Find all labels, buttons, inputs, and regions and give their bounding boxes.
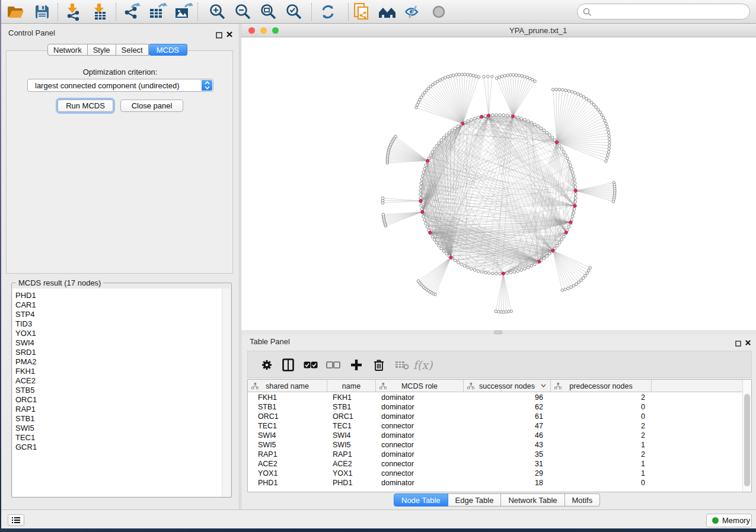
table-row[interactable]: FKH1FKH1dominator962 xyxy=(248,393,742,402)
tab-select[interactable]: Select xyxy=(116,44,149,56)
show-annotations-icon[interactable] xyxy=(429,2,448,21)
tab-network[interactable]: Network xyxy=(47,44,88,56)
table-row[interactable]: PHD1PHD1dominator180 xyxy=(248,478,742,488)
mcds-result-item[interactable]: PHD1 xyxy=(12,291,231,300)
mcds-result-item[interactable]: ORC1 xyxy=(12,395,231,405)
table-cell: 61 xyxy=(464,412,551,421)
float-window-icon[interactable] xyxy=(216,30,222,41)
import-table-icon[interactable] xyxy=(91,2,110,21)
table-row[interactable]: ACE2ACE2connector311 xyxy=(248,459,742,469)
mcds-result-item[interactable]: YOX1 xyxy=(12,329,231,338)
network-window-titlebar[interactable]: YPA_prune.txt_1 xyxy=(241,24,756,37)
table-scrollbar[interactable] xyxy=(742,380,751,492)
table-cell: 18 xyxy=(464,478,551,488)
mcds-result-item[interactable]: RAP1 xyxy=(12,405,231,414)
network-canvas[interactable] xyxy=(241,37,756,330)
table-row[interactable]: TEC1TEC1connector472 xyxy=(248,421,742,431)
zoom-in-icon[interactable] xyxy=(208,2,227,21)
export-image-icon[interactable] xyxy=(174,2,193,21)
add-column-icon[interactable] xyxy=(347,356,365,374)
table-settings-icon[interactable] xyxy=(258,356,276,374)
mcds-result-item[interactable]: STB1 xyxy=(12,414,231,424)
mcds-result-item[interactable]: PMA2 xyxy=(12,357,231,367)
table-scrollbar-thumb[interactable] xyxy=(744,394,750,486)
task-history-button[interactable] xyxy=(8,514,24,526)
save-session-icon[interactable] xyxy=(33,2,52,21)
zoom-fit-icon[interactable] xyxy=(259,2,278,21)
close-table-panel-icon[interactable] xyxy=(745,338,751,348)
mcds-result-item[interactable]: TEC1 xyxy=(12,433,231,443)
desktop-wallpaper-bottom xyxy=(0,528,756,532)
float-table-panel-icon[interactable] xyxy=(735,338,741,349)
column-manager-icon[interactable] xyxy=(279,356,297,374)
minimize-traffic-light[interactable] xyxy=(260,27,267,34)
column-header-name[interactable]: name xyxy=(327,380,376,392)
toolbar-separator xyxy=(311,3,312,21)
table-cell: dominator xyxy=(376,431,464,440)
list-scrollbar[interactable] xyxy=(222,289,231,496)
criterion-dropdown[interactable]: largest connected component (undirected) xyxy=(27,79,213,92)
mcds-result-item[interactable]: CAR1 xyxy=(12,300,231,310)
table-cell: 46 xyxy=(464,431,551,440)
select-all-icon[interactable] xyxy=(302,356,320,374)
hide-annotations-icon[interactable] xyxy=(403,2,422,21)
import-network-icon[interactable] xyxy=(64,2,83,21)
close-panel-icon[interactable] xyxy=(226,30,233,40)
export-network-icon[interactable] xyxy=(123,2,142,21)
tab-node-table[interactable]: Node Table xyxy=(394,493,448,507)
search-sites-icon[interactable] xyxy=(378,2,397,21)
column-header-MCDS-role[interactable]: MCDS role xyxy=(376,380,464,392)
column-header-shared-name[interactable]: shared name xyxy=(248,380,327,392)
horizontal-splitter[interactable] xyxy=(241,330,756,335)
table-row[interactable]: RAP1RAP1dominator352 xyxy=(248,450,742,459)
close-panel-button[interactable]: Close panel xyxy=(120,100,183,112)
mcds-result-item[interactable]: GCR1 xyxy=(12,443,231,452)
function-builder-icon[interactable]: f(x) xyxy=(414,356,432,374)
tab-mcds[interactable]: MCDS xyxy=(149,44,187,56)
refresh-view-icon[interactable] xyxy=(318,2,337,21)
zoom-selected-icon[interactable] xyxy=(285,2,304,21)
table-cell: ORC1 xyxy=(327,412,376,421)
tab-edge-table[interactable]: Edge Table xyxy=(448,493,502,507)
table-cell: dominator xyxy=(376,478,464,488)
memory-button[interactable]: Memory xyxy=(706,514,752,527)
deselect-all-icon[interactable] xyxy=(324,356,342,374)
toolbar-separator xyxy=(58,3,58,21)
column-header-predecessor-nodes[interactable]: predecessor nodes xyxy=(551,380,652,392)
mcds-result-item[interactable]: STP4 xyxy=(12,310,231,319)
search-input[interactable] xyxy=(577,4,750,20)
table-row[interactable]: STB1STB1dominator620 xyxy=(248,402,742,412)
delete-table-icon[interactable] xyxy=(393,356,411,374)
dropdown-stepper-icon xyxy=(202,80,212,91)
tab-style[interactable]: Style xyxy=(88,44,116,56)
table-row[interactable]: YOX1YOX1connector291 xyxy=(248,469,742,478)
zoom-out-icon[interactable] xyxy=(234,2,253,21)
table-row[interactable]: SWI5SWI5connector431 xyxy=(248,440,742,450)
run-mcds-button[interactable]: Run MCDS xyxy=(58,100,113,112)
mcds-result-item[interactable]: ACE2 xyxy=(12,376,231,386)
table-cell: YOX1 xyxy=(248,469,327,478)
open-file-icon[interactable] xyxy=(6,2,25,21)
mcds-result-item[interactable]: SRD1 xyxy=(12,348,231,357)
close-traffic-light[interactable] xyxy=(248,27,255,34)
memory-label: Memory xyxy=(722,516,750,525)
zoom-traffic-light[interactable] xyxy=(272,27,279,34)
delete-column-icon[interactable] xyxy=(370,356,388,374)
mcds-result-item[interactable]: FKH1 xyxy=(12,367,231,376)
mcds-result-item[interactable]: SWI5 xyxy=(12,424,231,433)
mcds-result-item[interactable]: TID3 xyxy=(12,319,231,329)
network-window-title: YPA_prune.txt_1 xyxy=(509,26,567,35)
tab-motifs[interactable]: Motifs xyxy=(565,493,601,507)
share-document-icon[interactable] xyxy=(352,2,371,21)
mcds-result-list[interactable]: PHD1CAR1STP4TID3YOX1SWI4SRD1PMA2FKH1ACE2… xyxy=(12,289,231,496)
table-cell: 0 xyxy=(551,402,652,412)
mcds-result-item[interactable]: STB5 xyxy=(12,386,231,395)
table-row[interactable]: ORC1ORC1dominator610 xyxy=(248,412,742,421)
tab-network-table[interactable]: Network Table xyxy=(501,493,564,507)
table-cell: ACE2 xyxy=(248,459,327,469)
table-row[interactable]: SWI4SWI4dominator462 xyxy=(248,431,742,440)
mcds-result-item[interactable]: SWI4 xyxy=(12,338,231,348)
splitter-grip[interactable] xyxy=(494,331,502,334)
column-header-successor-nodes[interactable]: successor nodes xyxy=(464,380,551,392)
export-table-icon[interactable] xyxy=(148,2,167,21)
